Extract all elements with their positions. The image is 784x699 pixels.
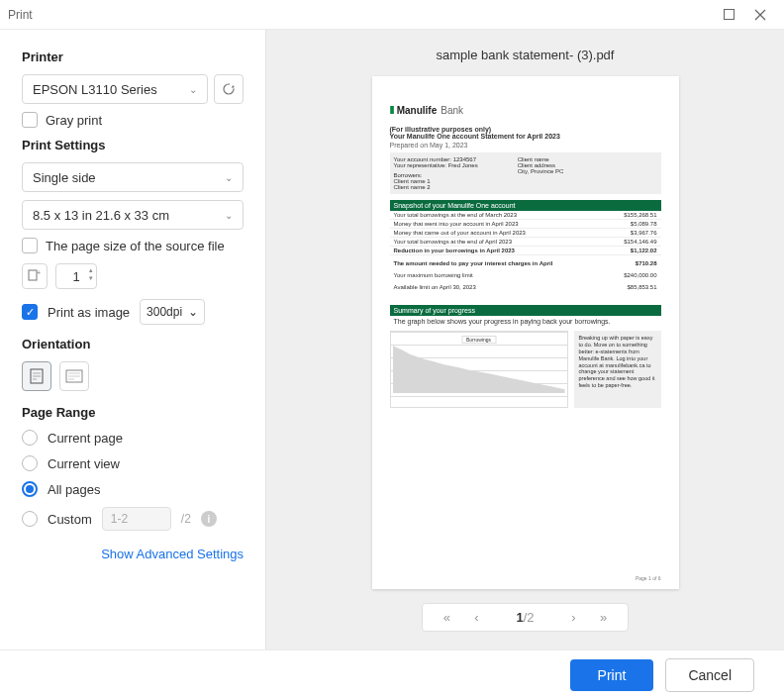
row-value: $240,000.00	[624, 272, 656, 278]
orientation-section-title: Orientation	[22, 337, 244, 351]
cancel-button[interactable]: Cancel	[665, 658, 754, 692]
source-size-checkbox[interactable]	[22, 238, 38, 253]
print-as-image-label: Print as image	[48, 305, 130, 320]
pager-prev-button[interactable]: ‹	[464, 610, 488, 625]
info-icon[interactable]: i	[201, 511, 217, 527]
row-label: Money that came out of your account in A…	[394, 230, 526, 236]
row-value: $155,268.51	[624, 212, 656, 218]
chart-series	[393, 346, 565, 393]
preview-filename: sample bank statement- (3).pdf	[437, 48, 615, 62]
radio-current-page-label: Current page	[48, 431, 123, 446]
progress-chart-area: Borrowings Breaking up with paper is eas…	[390, 331, 661, 408]
sides-value: Single side	[33, 170, 96, 185]
page-preview: III Manulife Bank (For illustrative purp…	[372, 76, 679, 589]
doc-date: Prepared on May 1, 2023	[390, 142, 661, 149]
radio-custom[interactable]	[22, 511, 38, 527]
logo-icon: III	[390, 104, 393, 116]
printer-section-title: Printer	[22, 50, 244, 64]
orientation-portrait-button[interactable]	[22, 361, 51, 391]
snapshot-header: Snapshot of your Manulife One account	[390, 200, 661, 211]
row-label: Available limit on April 30, 2023	[394, 284, 476, 290]
show-advanced-settings-link[interactable]: Show Advanced Settings	[22, 547, 244, 561]
printer-select[interactable]: EPSON L3110 Series ⌄	[22, 74, 208, 104]
pager-first-button[interactable]: «	[435, 610, 458, 625]
page-portrait-icon	[30, 368, 44, 384]
row-label: Your total borrowings at the end of Apri…	[394, 239, 513, 245]
summary-sub: The graph below shows your progress in p…	[394, 318, 657, 325]
row-label: Reduction in your borrowings in April 20…	[394, 248, 515, 253]
doc-title: Your Manulife One account Statement for …	[390, 133, 661, 140]
title-bar: Print	[0, 0, 784, 30]
printer-refresh-button[interactable]	[214, 74, 244, 104]
radio-current-view-label: Current view	[48, 456, 120, 471]
paper-size-value: 8.5 x 13 in 21.6 x 33 cm	[33, 208, 169, 223]
snapshot-row: The amount needed to pay your interest c…	[390, 259, 661, 267]
page-range-section-title: Page Range	[22, 405, 244, 420]
svg-rect-0	[724, 10, 734, 20]
paper-size-select[interactable]: 8.5 x 13 in 21.6 x 33 cm ⌄	[22, 200, 244, 230]
print-button[interactable]: Print	[570, 659, 654, 691]
svg-point-3	[224, 84, 234, 94]
radio-custom-label: Custom	[48, 512, 92, 527]
chevron-down-icon: ⌄	[189, 84, 197, 95]
row-value: $85,853.51	[627, 284, 656, 290]
snapshot-table: Your total borrowings at the end of Marc…	[390, 211, 661, 291]
pager-next-button[interactable]: ›	[562, 610, 586, 625]
row-label: The amount needed to pay your interest c…	[394, 260, 553, 266]
maximize-button[interactable]	[713, 4, 744, 26]
pager-last-button[interactable]: »	[592, 610, 616, 625]
logo: III Manulife Bank	[390, 104, 661, 116]
pager-label: 1/2	[494, 610, 555, 625]
snapshot-row: Money that went into your account in Apr…	[390, 220, 661, 229]
progress-chart: Borrowings	[390, 331, 568, 408]
chevron-down-icon: ⌄	[225, 210, 233, 221]
dpi-select[interactable]: 300dpi ⌄	[140, 299, 205, 325]
copies-input[interactable]: 1 ▴▾	[55, 263, 97, 289]
custom-range-total: /2	[181, 512, 191, 526]
source-size-label: The page size of the source file	[46, 239, 225, 253]
snapshot-row: Money that came out of your account in A…	[390, 229, 661, 238]
row-label: Your maximum borrowing limit	[394, 272, 473, 278]
gray-print-checkbox[interactable]	[22, 112, 38, 128]
row-value: $710.28	[636, 260, 657, 266]
svg-text:+: +	[37, 269, 41, 276]
radio-all-pages[interactable]	[22, 481, 38, 497]
page-footer: Page 1 of 6	[636, 575, 661, 581]
custom-range-input[interactable]: 1-2	[102, 507, 171, 531]
borrower2: Client name 2	[394, 184, 478, 190]
account-info: Your account number: 1234567 Your repres…	[390, 152, 661, 194]
svg-rect-4	[29, 270, 37, 280]
row-value: $154,146.49	[624, 239, 656, 245]
pager-current: 1	[516, 610, 523, 625]
snapshot-row: Reduction in your borrowings in April 20…	[390, 247, 661, 255]
client-city: City, Province PC	[518, 168, 564, 174]
summary-header: Summary of your progress	[390, 305, 661, 316]
printer-selected-value: EPSON L3110 Series	[33, 82, 157, 97]
orientation-landscape-button[interactable]	[59, 361, 89, 391]
snapshot-row: Available limit on April 30, 2023$85,853…	[390, 283, 661, 291]
paperless-aside: Breaking up with paper is easy to do. Mo…	[574, 331, 661, 408]
page-landscape-icon	[65, 369, 83, 383]
chevron-down-icon: ⌄	[225, 172, 233, 183]
snapshot-row: Your total borrowings at the end of Apri…	[390, 238, 661, 247]
stepper-arrows[interactable]: ▴▾	[89, 266, 93, 282]
custom-range-placeholder: 1-2	[111, 512, 128, 526]
pager: « ‹ 1/2 › »	[422, 603, 628, 632]
close-button[interactable]	[744, 4, 776, 26]
chart-legend: Borrowings	[461, 336, 496, 344]
chevron-down-icon: ⌄	[188, 305, 198, 319]
radio-current-view[interactable]	[22, 455, 38, 471]
doc-illus: (For illustrative purposes only)	[390, 126, 661, 133]
refresh-icon	[222, 82, 236, 96]
radio-all-pages-label: All pages	[48, 482, 100, 497]
row-value: $5,089.78	[631, 221, 657, 227]
sides-select[interactable]: Single side ⌄	[22, 162, 244, 192]
print-settings-section-title: Print Settings	[22, 138, 244, 152]
print-as-image-checkbox[interactable]: ✓	[22, 304, 38, 320]
snapshot-row: Your maximum borrowing limit$240,000.00	[390, 271, 661, 279]
logo-brand: Manulife	[397, 105, 438, 116]
copies-mode-button[interactable]: +	[22, 263, 48, 289]
dpi-value: 300dpi	[147, 305, 182, 319]
dialog-footer: Print Cancel	[0, 649, 784, 699]
radio-current-page[interactable]	[22, 430, 38, 446]
